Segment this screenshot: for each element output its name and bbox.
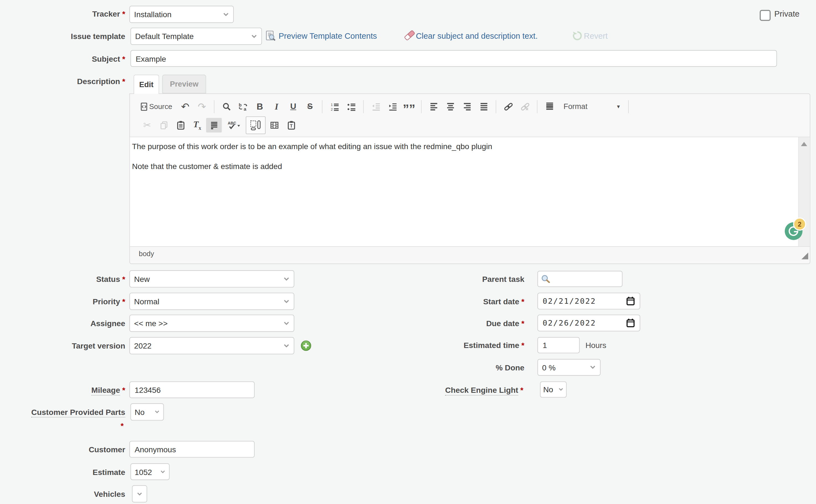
chevron-down-icon — [223, 12, 229, 16]
underline-button[interactable]: U — [285, 99, 301, 114]
svg-text:T: T — [290, 123, 292, 128]
description-editor: Source ↶ ↷ ba B I U S 12 ”” — [129, 93, 810, 264]
toolbar-row-1: Source ↶ ↷ ba B I U S 12 ”” — [137, 97, 805, 116]
editor-path-bar: body — [130, 246, 810, 261]
source-icon — [140, 102, 148, 111]
indent-icon — [388, 102, 397, 111]
undo-button[interactable]: ↶ — [177, 99, 193, 114]
strikethrough-button[interactable]: S — [302, 99, 318, 114]
customer-provided-parts-required: * — [0, 421, 125, 430]
mileage-label: Mileage* — [0, 386, 125, 394]
chevron-down-icon — [283, 344, 290, 348]
status-select[interactable]: New — [129, 270, 294, 287]
align-center-button[interactable] — [443, 99, 458, 114]
estimated-time-input[interactable]: 1 — [537, 337, 580, 353]
issue-template-select[interactable]: Default Template — [131, 28, 262, 45]
paste-from-word-icon — [209, 121, 218, 130]
add-version-icon[interactable] — [301, 340, 312, 351]
media-button[interactable] — [267, 118, 282, 133]
parent-task-label: Parent task — [399, 274, 524, 283]
paste-text-icon: T — [287, 121, 296, 130]
undo-icon: ↶ — [181, 102, 189, 111]
paste-from-word-button[interactable] — [206, 118, 222, 133]
description-line: Note that the customer & estimate is add… — [132, 161, 797, 171]
remove-format-button[interactable]: Tx — [189, 118, 205, 133]
styles-button[interactable] — [542, 99, 557, 114]
clear-subject-link[interactable]: Clear subject and description text. — [416, 31, 537, 41]
redo-icon: ↷ — [198, 102, 206, 111]
spellcheck-button[interactable]: ABC — [223, 118, 245, 133]
styles-icon — [545, 102, 554, 111]
check-engine-light-label: Check Engine Light* — [398, 386, 523, 394]
priority-select[interactable]: Normal — [129, 293, 294, 310]
parent-task-input[interactable] — [537, 271, 622, 287]
issue-template-label: Issue template — [0, 32, 125, 41]
estimate-label: Estimate — [0, 467, 125, 476]
paste-icon — [176, 121, 185, 130]
numbered-list-button[interactable]: 12 — [327, 99, 342, 114]
priority-label: Priority* — [0, 297, 125, 306]
source-button[interactable]: Source — [138, 99, 176, 114]
chevron-down-icon — [154, 410, 160, 414]
format-dropdown[interactable]: Format ▾ — [558, 99, 624, 114]
check-engine-light-select[interactable]: No — [540, 381, 566, 398]
bold-button[interactable]: B — [252, 99, 268, 114]
justify-icon — [479, 102, 488, 111]
percent-done-select[interactable]: 0 % — [537, 359, 601, 376]
assignee-select[interactable]: << me >> — [129, 315, 294, 332]
due-date-label: Due date* — [399, 319, 524, 328]
justify-button[interactable] — [476, 99, 492, 114]
estimate-select[interactable]: 1052 — [131, 463, 170, 480]
tab-edit[interactable]: Edit — [134, 75, 159, 94]
mileage-input[interactable]: 123456 — [129, 381, 255, 398]
resize-handle-icon[interactable] — [801, 253, 808, 259]
align-center-icon — [446, 102, 455, 111]
percent-done-label: % Done — [399, 363, 524, 372]
due-date-input[interactable]: 02/26/2022 — [537, 315, 640, 331]
replace-button[interactable]: ba — [235, 99, 251, 114]
target-version-select[interactable]: 2022 — [129, 337, 294, 354]
align-right-button[interactable] — [459, 99, 475, 114]
estimated-time-label: Estimated time* — [399, 341, 524, 350]
italic-button[interactable]: I — [269, 99, 284, 114]
preview-magnifier-icon[interactable] — [265, 30, 276, 41]
vehicles-label: Vehicles — [0, 489, 125, 498]
customer-provided-parts-select[interactable]: No — [131, 403, 164, 420]
widget-select-button[interactable] — [246, 116, 266, 134]
link-button[interactable] — [500, 99, 516, 114]
toolbar-separator — [421, 100, 422, 113]
description-text[interactable]: The purpose of this work order is to be … — [130, 137, 799, 181]
start-date-input[interactable]: 02/21/2022 — [537, 293, 640, 309]
grammarly-icon[interactable]: 2 — [785, 222, 802, 240]
private-checkbox[interactable] — [760, 10, 771, 21]
chevron-down-icon — [283, 321, 290, 325]
tracker-label: Tracker* — [0, 9, 125, 18]
tab-preview[interactable]: Preview — [162, 75, 206, 93]
vehicles-select[interactable] — [132, 485, 147, 502]
toolbar-separator — [496, 100, 496, 113]
media-icon — [270, 121, 279, 130]
preview-template-link[interactable]: Preview Template Contents — [279, 31, 377, 41]
editor-content-area[interactable]: The purpose of this work order is to be … — [130, 137, 810, 246]
eraser-icon[interactable] — [403, 30, 415, 41]
indent-button[interactable] — [384, 99, 400, 114]
subject-label: Subject* — [0, 54, 125, 63]
paste-button[interactable] — [173, 118, 188, 133]
subject-input[interactable]: Example — [131, 50, 777, 67]
revert-icon — [572, 30, 583, 41]
toolbar-separator — [537, 100, 537, 113]
bullet-list-button[interactable] — [343, 99, 359, 114]
customer-input[interactable]: Anonymous — [129, 441, 255, 458]
svg-text:2: 2 — [331, 107, 332, 111]
paste-text-button[interactable]: T — [283, 118, 299, 133]
align-left-button[interactable] — [426, 99, 441, 114]
scroll-up-icon[interactable] — [801, 142, 807, 146]
calendar-icon[interactable] — [626, 318, 635, 328]
calendar-icon[interactable] — [626, 296, 635, 306]
blockquote-button[interactable]: ”” — [401, 99, 417, 114]
private-label: Private — [774, 9, 799, 19]
chevron-down-icon — [251, 34, 257, 38]
numbered-list-icon: 12 — [330, 102, 339, 111]
tracker-select[interactable]: Installation — [129, 6, 234, 23]
find-button[interactable] — [219, 99, 234, 114]
